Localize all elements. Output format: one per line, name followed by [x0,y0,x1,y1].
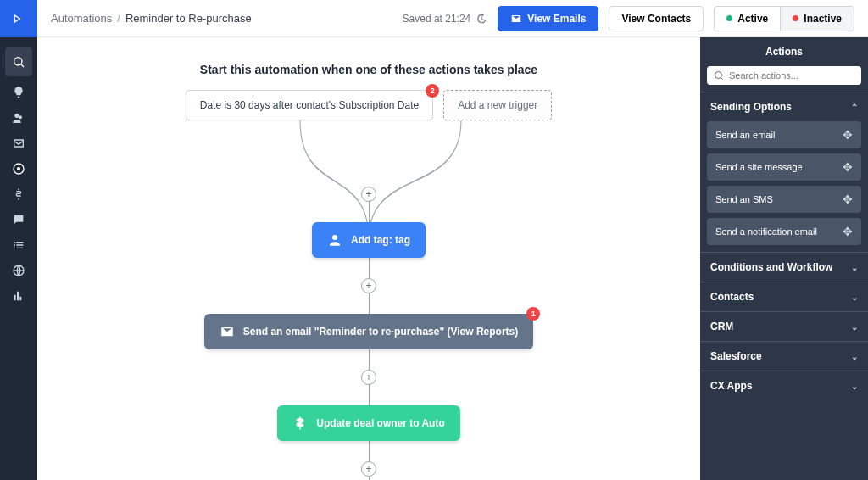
section-conditions[interactable]: Conditions and Workflow⌄ [700,252,868,282]
header: Automations / Reminder to Re-purchase Sa… [37,0,868,37]
chevron-down-icon: ⌄ [851,263,858,272]
svg-point-2 [14,114,19,118]
view-contacts-button[interactable]: View Contacts [609,6,704,31]
chevron-down-icon: ⌄ [851,322,858,332]
status-toggle: Active Inactive [714,6,854,31]
breadcrumb: Automations / Reminder to Re-purchase [51,12,252,25]
connector-line [369,293,370,314]
list-icon[interactable] [0,232,37,258]
section-label: CX Apps [710,380,753,392]
action-add-tag[interactable]: Add tag: tag [312,222,426,258]
action-update-deal[interactable]: Update deal owner to Auto [277,405,460,441]
section-contacts[interactable]: Contacts⌄ [700,282,868,311]
item-label: Send an SMS [715,194,773,204]
section-salesforce[interactable]: Salesforce⌄ [700,341,868,371]
add-node-button[interactable]: + [361,370,376,385]
chevron-down-icon: ⌄ [851,293,858,302]
section-label: CRM [710,321,733,332]
automation-icon[interactable] [0,156,37,181]
breadcrumb-separator: / [117,12,120,25]
actions-search-input[interactable] [707,66,861,85]
view-emails-button[interactable]: View Emails [498,6,598,31]
mail-icon [510,13,522,25]
drag-handle-icon: ✥ [843,160,853,174]
history-icon[interactable] [476,13,487,25]
active-dot-icon [726,15,732,21]
bulb-icon[interactable] [0,80,37,105]
action-email-badge[interactable]: 1 [526,307,540,321]
saved-indicator: Saved at 21:24 [403,13,488,25]
item-label: Send a notification email [715,226,817,237]
svg-point-0 [14,58,22,65]
section-sending-options[interactable]: Sending Options ⌃ [700,92,868,121]
drag-handle-icon: ✥ [843,225,853,238]
mail-icon[interactable] [0,131,37,156]
chat-icon[interactable] [0,207,37,232]
mail-icon [220,324,235,339]
section-label: Salesforce [710,350,762,362]
svg-point-6 [332,235,337,240]
connector-line [369,385,370,405]
inactive-label: Inactive [804,13,842,25]
chevron-down-icon: ⌄ [851,352,858,361]
connector-line [369,202,370,222]
breadcrumb-root[interactable]: Automations [51,12,112,25]
contacts-icon[interactable] [0,105,37,131]
sending-items-list: Send an email✥ Send a site message✥ Send… [700,121,868,252]
connector-line [369,477,370,480]
active-button[interactable]: Active [715,7,781,31]
item-send-sms[interactable]: Send an SMS✥ [707,186,861,213]
add-node-button[interactable]: + [361,278,376,293]
action-send-email[interactable]: Send an email "Reminder to re-purchase" … [204,314,534,349]
trigger-date-box[interactable]: Date is 30 days after contact's Subscrip… [186,90,433,120]
actions-search-wrap [707,66,861,85]
action-email-label: Send an email "Reminder to re-purchase" … [243,326,519,338]
reports-icon[interactable] [0,283,37,309]
trigger-badge[interactable]: 2 [426,84,439,98]
actions-panel-title: Actions [700,37,868,66]
action-deal-label: Update deal owner to Auto [316,417,445,429]
saved-text: Saved at 21:24 [403,13,471,25]
breadcrumb-current: Reminder to Re-purchase [125,12,252,25]
chevron-up-icon: ⌃ [851,103,858,112]
add-trigger-label: Add a new trigger [458,99,537,111]
logo-icon [12,12,25,25]
view-emails-label: View Emails [527,13,586,25]
drag-handle-icon: ✥ [843,193,853,206]
connector-line [369,349,370,370]
canvas[interactable]: Start this automation when one of these … [37,37,700,480]
section-cxapps[interactable]: CX Apps⌄ [700,371,868,400]
trigger-date-label: Date is 30 days after contact's Subscrip… [200,99,419,111]
svg-point-4 [17,167,20,170]
item-label: Send a site message [715,162,803,172]
active-label: Active [737,13,768,25]
section-label: Conditions and Workflow [710,261,832,273]
svg-line-1 [21,64,24,67]
view-contacts-label: View Contacts [621,13,691,25]
connector-line [369,441,370,461]
item-send-site-message[interactable]: Send a site message✥ [707,153,861,181]
add-node-button[interactable]: + [361,461,376,477]
item-send-notification[interactable]: Send a notification email✥ [707,218,861,245]
item-label: Send an email [715,130,775,140]
connector-line [369,258,370,278]
actions-panel: Actions Sending Options ⌃ Send an email✥… [700,37,868,480]
drag-handle-icon: ✥ [843,128,853,142]
action-tag-label: Add tag: tag [351,234,410,246]
item-send-email[interactable]: Send an email✥ [707,121,861,148]
tag-person-icon [327,232,342,248]
search-nav-icon[interactable] [5,47,32,76]
inactive-dot-icon [793,15,798,21]
section-label: Contacts [710,291,754,303]
add-trigger-box[interactable]: Add a new trigger [443,90,552,120]
globe-icon[interactable] [0,258,37,283]
dollar-icon [292,416,308,431]
add-node-button[interactable]: + [361,187,376,202]
logo[interactable] [0,0,37,37]
inactive-button[interactable]: Inactive [781,7,854,31]
section-sending-label: Sending Options [710,101,792,113]
left-sidebar [0,0,37,480]
section-crm[interactable]: CRM⌄ [700,311,868,341]
dollar-icon[interactable] [0,181,37,207]
chevron-down-icon: ⌄ [851,382,858,391]
